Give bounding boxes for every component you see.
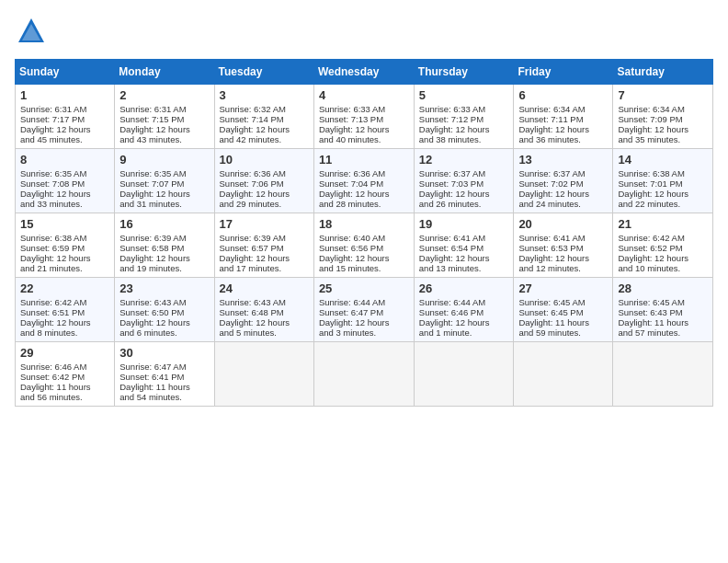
- day-number: 3: [220, 88, 309, 102]
- day-info: and 45 minutes.: [20, 134, 109, 144]
- day-info: and 19 minutes.: [119, 263, 209, 273]
- calendar-week-row-3: 15Sunrise: 6:38 AMSunset: 6:59 PMDayligh…: [16, 213, 713, 278]
- day-info: Sunrise: 6:43 AM: [119, 297, 209, 307]
- calendar-cell: 23Sunrise: 6:43 AMSunset: 6:50 PMDayligh…: [115, 278, 214, 342]
- day-info: Daylight: 11 hours: [20, 382, 109, 392]
- calendar-cell: 13Sunrise: 6:37 AMSunset: 7:02 PMDayligh…: [514, 149, 613, 213]
- day-number: 26: [419, 282, 509, 295]
- day-number: 18: [319, 217, 409, 231]
- day-info: Sunset: 7:12 PM: [419, 114, 509, 124]
- calendar-cell: 22Sunrise: 6:42 AMSunset: 6:51 PMDayligh…: [16, 278, 115, 342]
- day-number: 15: [20, 217, 109, 231]
- day-info: Sunset: 7:11 PM: [518, 114, 608, 124]
- day-info: Sunset: 6:58 PM: [119, 243, 209, 253]
- day-info: and 5 minutes.: [220, 327, 309, 338]
- calendar-cell: [613, 342, 713, 407]
- day-info: Sunset: 7:07 PM: [119, 178, 209, 189]
- day-number: 9: [119, 153, 209, 167]
- day-info: Sunset: 6:54 PM: [419, 243, 509, 253]
- day-number: 28: [618, 282, 708, 295]
- day-number: 23: [119, 282, 209, 295]
- day-info: Sunset: 6:48 PM: [220, 307, 309, 317]
- day-info: Sunset: 6:51 PM: [20, 307, 109, 317]
- day-info: Sunrise: 6:36 AM: [319, 168, 409, 178]
- day-number: 25: [319, 282, 409, 295]
- calendar-cell: 26Sunrise: 6:44 AMSunset: 6:46 PMDayligh…: [414, 278, 514, 342]
- weekday-header-monday: Monday: [115, 60, 214, 85]
- day-info: Daylight: 12 hours: [20, 253, 109, 263]
- day-number: 29: [20, 346, 109, 360]
- calendar-cell: 2Sunrise: 6:31 AMSunset: 7:15 PMDaylight…: [115, 85, 214, 149]
- day-number: 17: [220, 217, 309, 231]
- weekday-header-friday: Friday: [514, 60, 613, 85]
- day-info: Daylight: 12 hours: [319, 253, 409, 263]
- day-info: Sunrise: 6:37 AM: [518, 168, 608, 178]
- day-info: Daylight: 12 hours: [419, 124, 509, 134]
- day-info: and 33 minutes.: [20, 199, 109, 209]
- day-info: and 42 minutes.: [220, 134, 309, 144]
- day-info: Sunset: 7:02 PM: [518, 178, 608, 189]
- calendar-cell: 16Sunrise: 6:39 AMSunset: 6:58 PMDayligh…: [115, 213, 214, 278]
- day-info: Sunset: 6:56 PM: [319, 243, 409, 253]
- day-info: Daylight: 12 hours: [618, 124, 708, 134]
- day-info: Sunrise: 6:34 AM: [518, 104, 608, 114]
- day-info: Sunrise: 6:42 AM: [618, 233, 708, 243]
- day-info: Daylight: 11 hours: [518, 317, 608, 327]
- weekday-header-wednesday: Wednesday: [313, 60, 414, 85]
- day-info: Sunrise: 6:38 AM: [20, 233, 109, 243]
- day-info: Sunset: 6:46 PM: [419, 307, 509, 317]
- day-info: and 15 minutes.: [319, 263, 409, 273]
- day-info: and 24 minutes.: [518, 199, 608, 209]
- calendar-cell: 25Sunrise: 6:44 AMSunset: 6:47 PMDayligh…: [313, 278, 414, 342]
- day-info: and 57 minutes.: [618, 327, 708, 338]
- weekday-header-thursday: Thursday: [414, 60, 514, 85]
- calendar-cell: 10Sunrise: 6:36 AMSunset: 7:06 PMDayligh…: [214, 149, 313, 213]
- calendar-cell: 24Sunrise: 6:43 AMSunset: 6:48 PMDayligh…: [214, 278, 313, 342]
- day-info: Sunrise: 6:32 AM: [220, 104, 309, 114]
- day-info: Sunrise: 6:33 AM: [419, 104, 509, 114]
- day-info: Sunset: 7:17 PM: [20, 114, 109, 124]
- calendar-cell: 17Sunrise: 6:39 AMSunset: 6:57 PMDayligh…: [214, 213, 313, 278]
- calendar-week-row-4: 22Sunrise: 6:42 AMSunset: 6:51 PMDayligh…: [16, 278, 713, 342]
- day-info: Daylight: 12 hours: [618, 189, 708, 199]
- calendar-cell: 3Sunrise: 6:32 AMSunset: 7:14 PMDaylight…: [214, 85, 313, 149]
- day-info: Daylight: 12 hours: [319, 189, 409, 199]
- day-info: Daylight: 12 hours: [518, 189, 608, 199]
- calendar-cell: 9Sunrise: 6:35 AMSunset: 7:07 PMDaylight…: [115, 149, 214, 213]
- day-info: and 36 minutes.: [518, 134, 608, 144]
- calendar-cell: [214, 342, 313, 407]
- day-info: and 31 minutes.: [119, 199, 209, 209]
- calendar-cell: 8Sunrise: 6:35 AMSunset: 7:08 PMDaylight…: [16, 149, 115, 213]
- day-info: Sunset: 6:45 PM: [518, 307, 608, 317]
- calendar-cell: 18Sunrise: 6:40 AMSunset: 6:56 PMDayligh…: [313, 213, 414, 278]
- weekday-header-tuesday: Tuesday: [214, 60, 313, 85]
- calendar-cell: 1Sunrise: 6:31 AMSunset: 7:17 PMDaylight…: [16, 85, 115, 149]
- calendar-cell: 7Sunrise: 6:34 AMSunset: 7:09 PMDaylight…: [613, 85, 713, 149]
- calendar-cell: 11Sunrise: 6:36 AMSunset: 7:04 PMDayligh…: [313, 149, 414, 213]
- day-info: Sunset: 6:59 PM: [20, 243, 109, 253]
- day-info: Sunrise: 6:42 AM: [20, 297, 109, 307]
- day-info: Sunset: 6:50 PM: [119, 307, 209, 317]
- day-number: 20: [518, 217, 608, 231]
- day-info: Sunset: 6:53 PM: [518, 243, 608, 253]
- day-info: Sunrise: 6:41 AM: [419, 233, 509, 243]
- day-info: and 3 minutes.: [319, 327, 409, 338]
- day-info: Daylight: 11 hours: [119, 382, 209, 392]
- day-info: Sunrise: 6:41 AM: [518, 233, 608, 243]
- day-number: 4: [319, 88, 409, 102]
- day-info: Daylight: 12 hours: [319, 124, 409, 134]
- day-info: Daylight: 12 hours: [220, 253, 309, 263]
- logo-icon: [15, 15, 48, 48]
- day-info: Sunset: 6:43 PM: [618, 307, 708, 317]
- day-info: Sunset: 7:03 PM: [419, 178, 509, 189]
- day-info: Daylight: 12 hours: [20, 189, 109, 199]
- day-info: Sunrise: 6:45 AM: [518, 297, 608, 307]
- day-info: and 10 minutes.: [618, 263, 708, 273]
- calendar-cell: 12Sunrise: 6:37 AMSunset: 7:03 PMDayligh…: [414, 149, 514, 213]
- day-info: and 21 minutes.: [20, 263, 109, 273]
- day-number: 24: [220, 282, 309, 295]
- day-info: Sunrise: 6:33 AM: [319, 104, 409, 114]
- day-info: and 8 minutes.: [20, 327, 109, 338]
- day-info: and 22 minutes.: [618, 199, 708, 209]
- day-info: Daylight: 12 hours: [119, 124, 209, 134]
